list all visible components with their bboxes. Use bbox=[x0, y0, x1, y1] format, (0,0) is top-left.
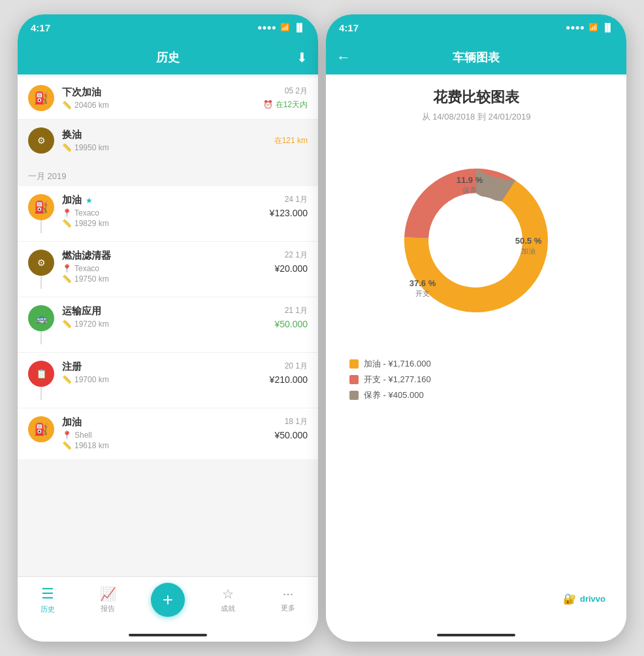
battery-icon-r: ▐▌ bbox=[602, 23, 613, 32]
upcoming-oil-item[interactable]: ⚙ 换油 📏 19950 km 在121 km bbox=[18, 120, 318, 161]
upcoming-oil-km: 📏 19950 km bbox=[62, 143, 274, 152]
left-phone: 4:17 ●●●● 📶 ▐▌ 历史 ⬇ ⛽ 下次加油 bbox=[18, 14, 318, 642]
register-title-row: 注册 bbox=[62, 361, 270, 373]
report-nav-label: 报告 bbox=[101, 604, 115, 614]
fuel24-title: 加油 bbox=[62, 194, 82, 206]
drivvo-brand: drivvo bbox=[580, 594, 605, 604]
odo-icon4: 📏 bbox=[62, 375, 72, 384]
wifi-icon: 📶 bbox=[280, 23, 290, 32]
fuel18-location: 📍 Shell bbox=[62, 431, 274, 440]
drivvo-footer: 🔐 drivvo bbox=[336, 582, 616, 615]
maintenance-label: 11.9 % bbox=[457, 175, 483, 185]
home-indicator-left bbox=[18, 629, 318, 642]
register-title: 注册 bbox=[62, 361, 82, 373]
timeline-line-4 bbox=[40, 387, 42, 400]
history-item-register[interactable]: 📋 注册 📏 19700 km 20 1月 ¥210.000 bbox=[18, 353, 318, 408]
timeline-left-1: ⛽ bbox=[28, 194, 54, 233]
status-icons-right: ●●●● 📶 ▐▌ bbox=[566, 23, 613, 32]
filter-location: 📍 Texaco bbox=[62, 264, 274, 273]
transport-date: 21 1月 bbox=[274, 305, 308, 316]
register-amount: ¥210.000 bbox=[270, 374, 308, 385]
chart-content: 花费比较图表 从 14/08/2018 到 24/01/2019 bbox=[326, 74, 626, 629]
nav-add[interactable]: + bbox=[138, 583, 198, 617]
fuel-label: 50.5 % bbox=[515, 236, 542, 246]
nav-more[interactable]: ··· 更多 bbox=[258, 586, 318, 613]
transport-km: 📏 19720 km bbox=[62, 320, 274, 329]
odo-icon2: 📏 bbox=[62, 274, 72, 284]
timeline-section: ⛽ 加油 ★ 📍 Texaco 📏 19829 km bbox=[18, 186, 318, 459]
fuel-icon-5: ⛽ bbox=[28, 416, 54, 442]
upcoming-fuel-km: 📏 20406 km bbox=[62, 101, 263, 110]
timeline-left-4: 📋 bbox=[28, 361, 54, 400]
status-time-left: 4:17 bbox=[31, 22, 50, 33]
header-title-left: 历史 bbox=[156, 50, 180, 65]
status-bar-left: 4:17 ●●●● 📶 ▐▌ bbox=[18, 14, 318, 41]
transport-amount: ¥50.000 bbox=[274, 319, 308, 329]
upcoming-fuel-status: ⏰ 在12天内 bbox=[263, 99, 308, 110]
fuel24-right: 24 1月 ¥123.000 bbox=[270, 194, 308, 218]
odometer-icon2: 📏 bbox=[62, 143, 72, 152]
upcoming-fuel-right: 05 2月 ⏰ 在12天内 bbox=[263, 86, 308, 110]
fuel-icon-1: ⛽ bbox=[28, 194, 54, 220]
upcoming-oil-status: 在121 km bbox=[274, 135, 308, 146]
header-left: 历史 ⬇ bbox=[18, 41, 318, 74]
fuel24-km: 📏 19829 km bbox=[62, 219, 270, 228]
expense-label: 37.6 % bbox=[410, 278, 436, 288]
oil-icon: ⚙ bbox=[28, 127, 54, 154]
fuel18-title-row: 加油 bbox=[62, 416, 274, 429]
timeline-line-1 bbox=[40, 220, 42, 233]
status-time-right: 4:17 bbox=[339, 22, 359, 33]
report-nav-icon: 📈 bbox=[100, 586, 116, 602]
expense-sublabel: 开支 bbox=[415, 289, 430, 297]
timeline-left-3: 🚌 bbox=[28, 305, 54, 344]
timeline-line-3 bbox=[40, 331, 42, 344]
fuel18-content: 加油 📍 Shell 📏 19618 km bbox=[62, 416, 274, 451]
history-item-transport[interactable]: 🚌 运输应用 📏 19720 km 21 1月 ¥50.000 bbox=[18, 297, 318, 353]
home-bar-left bbox=[129, 634, 207, 636]
bottom-nav: ☰ 历史 📈 报告 + ☆ 成就 ··· 更多 bbox=[18, 576, 318, 629]
upcoming-section: ⛽ 下次加油 📏 20406 km 05 2月 ⏰ 在12天内 bbox=[18, 77, 318, 161]
legend-maintenance-dot bbox=[349, 391, 359, 400]
download-button[interactable]: ⬇ bbox=[297, 50, 308, 65]
timeline-left-5: ⛽ bbox=[28, 416, 54, 442]
upcoming-oil-right: 在121 km bbox=[274, 135, 308, 146]
upcoming-fuel-item[interactable]: ⛽ 下次加油 📏 20406 km 05 2月 ⏰ 在12天内 bbox=[18, 77, 318, 120]
odo-icon5: 📏 bbox=[62, 441, 72, 450]
timeline-left-2: ⚙ bbox=[28, 250, 54, 289]
transport-icon: 🚌 bbox=[28, 305, 54, 331]
fuel24-title-row: 加油 ★ bbox=[62, 194, 270, 206]
location-icon5: 📍 bbox=[62, 431, 72, 440]
history-nav-icon: ☰ bbox=[41, 585, 54, 602]
location-icon: 📍 bbox=[62, 208, 72, 218]
fuel18-km: 📏 19618 km bbox=[62, 441, 274, 450]
star-icon: ★ bbox=[86, 196, 93, 205]
chart-subtitle: 从 14/08/2018 到 24/01/2019 bbox=[422, 111, 531, 123]
history-fuel24-content: 加油 ★ 📍 Texaco 📏 19829 km bbox=[62, 194, 270, 229]
location-icon2: 📍 bbox=[62, 264, 72, 273]
history-item-fuel18[interactable]: ⛽ 加油 📍 Shell 📏 19618 km bbox=[18, 408, 318, 459]
nav-achievement[interactable]: ☆ 成就 bbox=[198, 586, 258, 614]
upcoming-fuel-title: 下次加油 bbox=[62, 86, 263, 99]
nav-report[interactable]: 📈 报告 bbox=[78, 586, 138, 614]
add-button[interactable]: + bbox=[151, 583, 185, 617]
fuel24-location: 📍 Texaco bbox=[62, 208, 270, 218]
chart-title: 花费比较图表 bbox=[433, 88, 519, 107]
fuel18-amount: ¥50.000 bbox=[274, 430, 308, 440]
header-title-right: 车辆图表 bbox=[453, 50, 500, 65]
fuel-sublabel: 加油 bbox=[521, 247, 536, 255]
history-item-filter[interactable]: ⚙ 燃油滤清器 📍 Texaco 📏 19750 km bbox=[18, 242, 318, 297]
legend-expense: 开支 - ¥1,277.160 bbox=[349, 374, 603, 385]
history-content: ⛽ 下次加油 📏 20406 km 05 2月 ⏰ 在12天内 bbox=[18, 74, 318, 576]
legend-fuel-dot bbox=[349, 359, 359, 369]
nav-history[interactable]: ☰ 历史 bbox=[18, 585, 78, 614]
back-button[interactable]: ← bbox=[336, 49, 351, 66]
history-item-fuel24[interactable]: ⛽ 加油 ★ 📍 Texaco 📏 19829 km bbox=[18, 186, 318, 242]
legend-fuel: 加油 - ¥1,716.000 bbox=[349, 358, 603, 370]
signal-icon: ●●●● bbox=[257, 23, 276, 32]
legend-fuel-text: 加油 - ¥1,716.000 bbox=[364, 358, 431, 370]
upcoming-fuel-date: 05 2月 bbox=[263, 86, 308, 97]
upcoming-oil-content: 换油 📏 19950 km bbox=[62, 129, 274, 152]
filter-content: 燃油滤清器 📍 Texaco 📏 19750 km bbox=[62, 250, 274, 285]
status-icons-left: ●●●● 📶 ▐▌ bbox=[257, 23, 305, 32]
register-date: 20 1月 bbox=[270, 361, 308, 372]
